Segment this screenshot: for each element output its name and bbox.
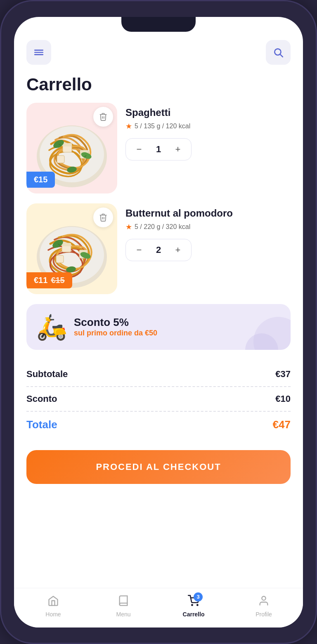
item-details-butternut: Butternut al pomodoro ★ 5 / 220 g / 320 … — [125, 203, 291, 261]
subtotale-row: Subtotale €37 — [26, 362, 291, 387]
qty-increase-butternut[interactable]: + — [171, 243, 185, 257]
svg-rect-11 — [57, 156, 64, 163]
item-meta-butternut: ★ 5 / 220 g / 320 kcal — [125, 222, 291, 231]
qty-increase-spaghetti[interactable]: + — [171, 143, 185, 156]
menu-button[interactable] — [26, 40, 51, 65]
svg-rect-20 — [62, 243, 71, 246]
bottom-nav: Home Menu — [14, 588, 303, 627]
qty-control-spaghetti: − 1 + — [125, 138, 192, 160]
qty-decrease-butternut[interactable]: − — [132, 243, 146, 257]
svg-line-4 — [280, 54, 283, 57]
item-image-wrap-butternut: €11 €15 — [26, 203, 117, 294]
phone-frame: Carrello — [0, 0, 317, 644]
qty-control-butternut: − 2 + — [125, 239, 192, 261]
promo-title: Sconto 5% — [74, 316, 157, 329]
content-area: €15 Spaghetti ★ 5 / 135 g / 120 kcal − 1… — [14, 103, 303, 588]
qty-value-spaghetti: 1 — [152, 144, 165, 155]
profile-icon — [258, 595, 270, 609]
sconto-row: Sconto €10 — [26, 387, 291, 412]
home-icon — [47, 595, 59, 609]
svg-rect-8 — [63, 143, 72, 146]
notch — [121, 17, 196, 32]
subtotale-value: €37 — [275, 369, 291, 380]
promo-decoration — [225, 309, 291, 350]
promo-banner: 🛵 Sconto 5% sul primo ordine da €50 — [26, 304, 291, 350]
cart-item-butternut: €11 €15 Butternut al pomodoro ★ 5 / 220 … — [26, 203, 291, 294]
nav-home[interactable]: Home — [37, 595, 70, 618]
cart-icon: 3 — [188, 595, 199, 609]
item-name-butternut: Butternut al pomodoro — [125, 208, 291, 219]
promo-subtitle: sul primo ordine da €50 — [74, 329, 157, 337]
checkout-button[interactable]: PROCEDI AL CHECKOUT — [26, 450, 291, 484]
qty-value-butternut: 2 — [152, 245, 165, 255]
cart-item-spaghetti: €15 Spaghetti ★ 5 / 135 g / 120 kcal − 1… — [26, 103, 291, 193]
qty-decrease-spaghetti[interactable]: − — [132, 143, 146, 156]
totale-value: €47 — [273, 418, 291, 431]
promo-text: Sconto 5% sul primo ordine da €50 — [74, 316, 157, 337]
svg-point-30 — [192, 604, 192, 605]
profile-label: Profile — [255, 611, 272, 618]
nav-cart[interactable]: 3 Carrello — [177, 595, 210, 618]
menu-icon — [118, 595, 129, 609]
star-icon: ★ — [125, 122, 132, 131]
delete-butternut-button[interactable] — [93, 208, 113, 227]
price-badge-butternut: €11 €15 — [26, 272, 72, 288]
page-title: Carrello — [14, 71, 303, 103]
svg-point-32 — [262, 596, 265, 600]
sconto-label: Sconto — [26, 394, 57, 404]
item-image-wrap-spaghetti: €15 — [26, 103, 117, 193]
item-meta-spaghetti: ★ 5 / 135 g / 120 kcal — [125, 122, 291, 131]
totale-row: Totale €47 — [26, 412, 291, 438]
home-label: Home — [45, 611, 61, 618]
phone-screen: Carrello — [14, 17, 303, 627]
nav-menu[interactable]: Menu — [107, 595, 140, 618]
svg-point-31 — [197, 604, 198, 605]
svg-rect-23 — [56, 255, 64, 263]
promo-illustration: 🛵 — [36, 312, 67, 342]
item-name-spaghetti: Spaghetti — [125, 107, 291, 118]
price-badge-spaghetti: €15 — [26, 172, 55, 188]
sconto-value: €10 — [275, 394, 291, 404]
delete-spaghetti-button[interactable] — [93, 107, 113, 127]
item-details-spaghetti: Spaghetti ★ 5 / 135 g / 120 kcal − 1 + — [125, 103, 291, 160]
nav-profile[interactable]: Profile — [247, 595, 280, 618]
star-icon-butternut: ★ — [125, 222, 132, 231]
totals-section: Subtotale €37 Sconto €10 Totale €47 — [26, 362, 291, 446]
cart-badge: 3 — [194, 592, 203, 602]
menu-label: Menu — [116, 611, 130, 618]
search-button[interactable] — [266, 40, 291, 65]
totale-label: Totale — [26, 418, 57, 431]
subtotale-label: Subtotale — [26, 369, 68, 380]
cart-label: Carrello — [183, 611, 205, 618]
